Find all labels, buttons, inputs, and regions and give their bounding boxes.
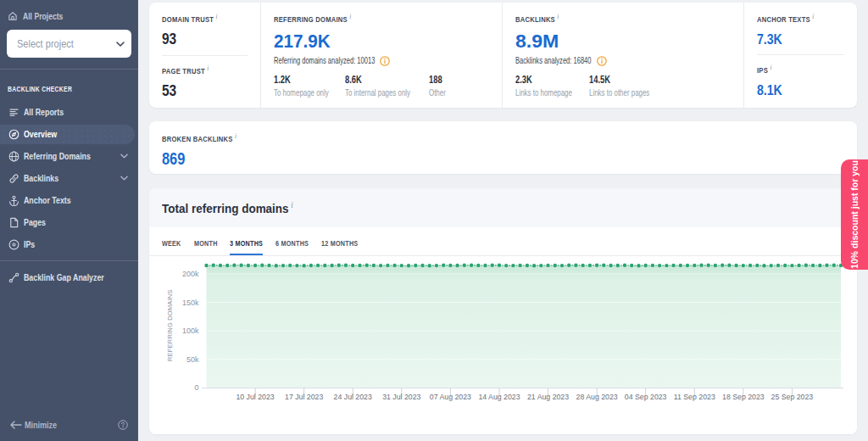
sidebar-item-referring-domains[interactable]: Referring Domains bbox=[0, 145, 138, 167]
target-icon bbox=[8, 239, 19, 250]
sidebar-item-all-reports[interactable]: All Reports bbox=[0, 101, 138, 123]
divider bbox=[162, 55, 248, 56]
broken-backlinks-card: BROKEN BACKLINKSi 869 bbox=[149, 121, 857, 174]
app-root: All Projects Select project BACKLINK CHE… bbox=[0, 0, 868, 441]
domain-trust-label: DOMAIN TRUSTi bbox=[162, 14, 231, 24]
tab-6-months[interactable]: 6 MONTHS bbox=[275, 239, 309, 255]
reports-icon bbox=[8, 107, 19, 118]
info-icon[interactable] bbox=[597, 56, 607, 66]
x-tick-label: 04 Sep 2023 bbox=[625, 393, 667, 401]
chevron-down-icon bbox=[120, 176, 128, 181]
x-tick-label: 24 Jul 2023 bbox=[334, 393, 372, 401]
info-sup-icon[interactable]: i bbox=[216, 12, 218, 20]
project-select-placeholder: Select project bbox=[17, 38, 74, 50]
discount-ribbon[interactable]: 10% discount just for you bbox=[841, 159, 868, 270]
referring-domains-analyzed: Referring domains analyzed: 10013 bbox=[274, 55, 489, 66]
domain-trust-value: 93 bbox=[162, 31, 236, 47]
divider bbox=[757, 54, 844, 55]
sidebar-item-label: Backlink Gap Analyzer bbox=[24, 272, 104, 282]
substat: 1.2KTo homepage only bbox=[274, 75, 345, 98]
substat-value: 14.5K bbox=[589, 75, 654, 86]
sidebar-item-label: Overview bbox=[24, 129, 57, 139]
substat-value: 2.3K bbox=[515, 75, 573, 86]
sidebar-item-pages[interactable]: Pages bbox=[0, 211, 138, 233]
discount-ribbon-label: 10% discount just for you bbox=[849, 160, 860, 269]
page-icon bbox=[8, 217, 19, 228]
project-select[interactable]: Select project bbox=[7, 30, 131, 58]
referring-domains-value: 217.9K bbox=[274, 31, 476, 52]
y-axis-title: REFERRING DOMAINS bbox=[166, 289, 174, 361]
substat-value: 8.6K bbox=[345, 75, 410, 86]
page-trust-value: 53 bbox=[162, 82, 236, 99]
arrow-left-icon bbox=[10, 421, 22, 429]
tab-month[interactable]: MONTH bbox=[194, 239, 218, 255]
substat-label: Other bbox=[429, 87, 446, 98]
sidebar-item-label: All Reports bbox=[24, 107, 64, 117]
home-icon bbox=[8, 11, 18, 21]
page-trust-label: PAGE TRUSTi bbox=[162, 66, 231, 75]
broken-backlinks-value: 869 bbox=[162, 149, 721, 168]
info-sup-icon[interactable]: i bbox=[557, 12, 559, 20]
summary-card: DOMAIN TRUSTi 93 PAGE TRUSTi 53 REFERRIN… bbox=[149, 3, 857, 108]
info-sup-icon[interactable]: i bbox=[207, 64, 209, 72]
substat-label: To homepage only bbox=[274, 87, 325, 98]
sidebar-item-label: Anchor Texts bbox=[24, 195, 71, 205]
main-content: DOMAIN TRUSTi 93 PAGE TRUSTi 53 REFERRIN… bbox=[138, 0, 868, 441]
tab-label: MONTH bbox=[194, 239, 218, 248]
chevron-down-icon bbox=[116, 42, 125, 47]
referring-domains-chart[interactable]: 050k100k150k200kREFERRING DOMAINS10 Jul … bbox=[149, 256, 857, 434]
info-sup-icon[interactable]: i bbox=[291, 200, 292, 209]
backlinks-substats: 2.3KLinks to homepage14.5KLinks to other… bbox=[515, 75, 731, 98]
substat-value: 188 bbox=[429, 75, 447, 86]
sidebar-item-anchor-texts[interactable]: Anchor Texts bbox=[0, 189, 138, 211]
sidebar-item-backlinks[interactable]: Backlinks bbox=[0, 167, 138, 189]
substat: 14.5KLinks to other pages bbox=[589, 75, 673, 98]
anchor-texts-value: 7.3K bbox=[757, 32, 834, 47]
substat-label: Links to other pages bbox=[589, 87, 649, 98]
compass-icon bbox=[8, 129, 19, 140]
y-tick-label: 0 bbox=[194, 383, 198, 392]
sidebar-nav: All ReportsOverviewReferring DomainsBack… bbox=[0, 101, 138, 288]
info-sup-icon[interactable]: i bbox=[349, 12, 351, 20]
x-tick-label: 31 Jul 2023 bbox=[382, 393, 420, 401]
info-sup-icon[interactable]: i bbox=[812, 12, 814, 20]
chevron-down-icon bbox=[120, 154, 128, 159]
sidebar-item-overview[interactable]: Overview bbox=[0, 125, 135, 144]
chart-header: Total referring domainsi bbox=[149, 188, 857, 227]
backlinks-analyzed: Backlinks analyzed: 16840 bbox=[515, 55, 731, 66]
tab-3-months[interactable]: 3 MONTHS bbox=[230, 239, 263, 255]
sidebar: All Projects Select project BACKLINK CHE… bbox=[0, 0, 138, 441]
sidebar-item-label: Backlinks bbox=[24, 173, 58, 183]
area-fill bbox=[207, 265, 842, 388]
y-tick-label: 50k bbox=[186, 355, 199, 364]
sidebar-item-ips[interactable]: IPs bbox=[0, 233, 138, 255]
x-tick-label: 07 Aug 2023 bbox=[430, 393, 471, 401]
question-circle-icon[interactable] bbox=[118, 420, 128, 430]
info-sup-icon[interactable]: i bbox=[235, 131, 236, 140]
sidebar-item-backlink-gap-analyzer[interactable]: Backlink Gap Analyzer bbox=[0, 266, 138, 288]
substat-label: Links to homepage bbox=[515, 87, 569, 98]
tab-label: 6 MONTHS bbox=[275, 239, 309, 248]
summary-column-backlinks: BACKLINKSi 8.9M Backlinks analyzed: 1684… bbox=[502, 3, 743, 108]
ips-label: IPSi bbox=[757, 65, 826, 75]
chart-period-tabs: WEEKMONTH3 MONTHS6 MONTHS12 MONTHS bbox=[149, 227, 857, 256]
all-projects-link[interactable]: All Projects bbox=[7, 9, 131, 30]
y-tick-label: 200k bbox=[182, 270, 199, 278]
info-sup-icon[interactable]: i bbox=[770, 63, 771, 71]
minimize-button[interactable]: Minimize bbox=[10, 420, 62, 430]
referring-domains-substats: 1.2KTo homepage only8.6KTo internal page… bbox=[274, 75, 489, 98]
globe-icon bbox=[8, 151, 19, 162]
tab-week[interactable]: WEEK bbox=[162, 239, 181, 255]
link-icon bbox=[8, 173, 19, 184]
info-icon[interactable] bbox=[380, 56, 390, 66]
sidebar-item-label: IPs bbox=[24, 239, 35, 249]
sidebar-divider bbox=[0, 260, 138, 261]
sidebar-item-label: Pages bbox=[24, 217, 46, 227]
summary-column-trust: DOMAIN TRUSTi 93 PAGE TRUSTi 53 bbox=[149, 3, 260, 108]
x-tick-label: 28 Aug 2023 bbox=[576, 393, 618, 401]
sidebar-section-label: BACKLINK CHECKER bbox=[0, 70, 138, 101]
substat: 188Other bbox=[429, 75, 453, 98]
chart-plot: 050k100k150k200kREFERRING DOMAINS10 Jul … bbox=[149, 256, 857, 434]
tab-12-months[interactable]: 12 MONTHS bbox=[321, 239, 358, 255]
anchor-texts-label: ANCHOR TEXTSi bbox=[757, 14, 826, 24]
